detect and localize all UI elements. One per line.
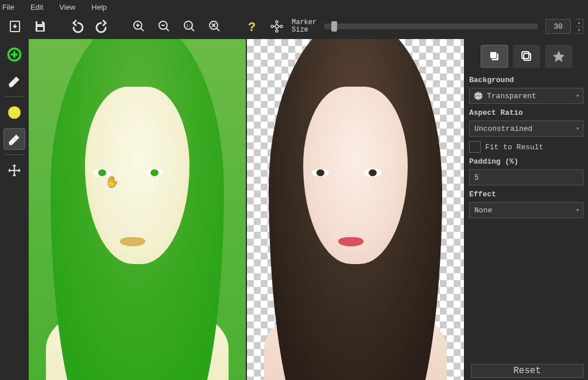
svg-text:?: ? [248,21,256,33]
effect-select[interactable]: None [469,202,583,218]
reset-button[interactable]: Reset [471,364,583,378]
open-file-button[interactable] [5,16,25,37]
effect-label: Effect [469,190,583,199]
aspect-ratio-value: Unconstrained [474,125,532,133]
effect-value: None [474,206,492,215]
marker-size-spinner[interactable]: ▴▾ [575,19,583,34]
erase-background-tool[interactable] [3,128,25,150]
fit-to-result-label: Fit to Result [485,143,543,152]
marker-size-input[interactable]: 30 [546,19,571,34]
tab-layers[interactable] [481,45,508,68]
add-foreground-tool[interactable] [3,44,25,65]
zoom-actual-button[interactable]: 1:1 [179,16,200,37]
menu-view[interactable]: View [51,2,83,13]
cursor-icon: ✋ [106,176,118,188]
menubar: File Edit View Help [0,0,588,14]
source-panel[interactable]: ✋ [29,39,246,380]
padding-label: Padding (%) [469,157,583,166]
fit-to-result-checkbox[interactable] [469,141,481,153]
svg-point-11 [280,25,283,28]
zoom-fit-button[interactable] [204,16,225,37]
svg-point-15 [8,106,21,119]
svg-point-9 [275,25,278,28]
svg-rect-17 [490,52,497,59]
background-select[interactable]: Transparent [469,88,583,104]
menu-help[interactable]: Help [83,2,115,13]
selection-mask [29,39,246,380]
svg-rect-19 [522,52,529,59]
svg-point-12 [276,21,278,23]
tab-copies[interactable] [513,45,540,68]
svg-rect-1 [37,21,42,24]
move-tool[interactable] [3,160,25,181]
nodes-button[interactable] [266,16,287,37]
svg-point-10 [271,25,273,28]
menu-edit[interactable]: Edit [22,2,51,13]
marker-size-slider[interactable] [324,24,537,29]
side-panel: Background Transparent Aspect Ratio Unco… [464,39,588,380]
svg-rect-18 [524,53,531,60]
tool-separator [5,96,24,97]
canvas-area: ✋ [29,39,464,380]
padding-value: 5 [474,173,479,182]
aspect-ratio-label: Aspect Ratio [469,108,583,117]
aspect-ratio-select[interactable]: Unconstrained [469,121,583,137]
erase-foreground-tool[interactable] [3,70,25,92]
svg-text:1:1: 1:1 [186,24,194,28]
result-panel[interactable] [247,39,464,380]
save-button[interactable] [30,16,51,37]
slider-thumb[interactable] [331,21,337,32]
menu-file[interactable]: File [2,2,22,13]
zoom-in-button[interactable] [129,16,149,37]
svg-point-13 [276,30,278,32]
padding-input[interactable]: 5 [469,169,583,185]
help-button[interactable]: ? [241,16,262,37]
undo-button[interactable] [67,16,87,37]
tab-favorite[interactable] [545,45,572,68]
tool-separator-2 [5,154,24,155]
background-value: Transparent [487,92,536,100]
redo-button[interactable] [92,16,113,37]
background-mark-tool[interactable] [3,102,25,123]
zoom-out-button[interactable] [154,16,175,37]
tool-strip [0,39,29,380]
toolbar: 1:1 ? Marker Size 30 ▴▾ [0,14,588,39]
background-label: Background [469,76,583,84]
svg-rect-2 [37,27,43,30]
main-area: ✋ Backg [0,39,588,380]
transparent-swatch-icon [474,92,482,100]
marker-size-label: Marker Size [292,19,316,34]
